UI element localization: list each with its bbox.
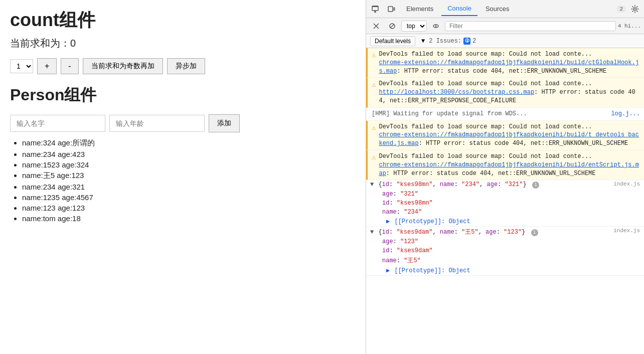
- object-entry-1: ▼ {id: "kses98mn", name: "234", age: "32…: [366, 180, 644, 227]
- svg-rect-1: [372, 6, 378, 7]
- device-icon: [387, 5, 395, 13]
- settings-icon: [631, 5, 639, 13]
- default-levels-btn[interactable]: Default levels: [370, 36, 415, 46]
- issues-label: 2 Issues:: [429, 38, 461, 45]
- devtools-topbar: Elements Console Sources 2: [366, 0, 644, 18]
- list-item: name:1235 age:4567: [22, 193, 356, 202]
- plus-button[interactable]: +: [37, 58, 57, 74]
- tab-elements[interactable]: Elements: [400, 2, 439, 16]
- console-entry-hmr: [HMR] Waiting for update signal from WDS…: [366, 108, 644, 121]
- warning-icon-3: ⚠: [372, 123, 376, 148]
- list-item: name:123 age:123: [22, 204, 356, 212]
- obj-filename-2: index.js: [613, 228, 640, 234]
- counter-select[interactable]: 1 2 3: [10, 59, 33, 73]
- list-item: name:1523 age:324: [22, 160, 356, 169]
- console-link-2[interactable]: http://localhost:3000/css/bootstrap.css.…: [379, 89, 534, 96]
- list-item: name:324 age:所谓的: [22, 138, 356, 148]
- left-panel: count组件 当前求和为：0 1 2 3 + - 当前求和为奇数再加 异步加 …: [0, 0, 366, 354]
- person-list: name:324 age:所谓的name:234 age:423name:152…: [10, 138, 356, 223]
- person-title: Person组件: [10, 84, 356, 106]
- odd-add-button[interactable]: 当前求和为奇数再加: [83, 58, 163, 74]
- console-text-2: DevTools failed to load source map: Coul…: [379, 80, 640, 105]
- warning-icon-2: ⚠: [372, 80, 376, 105]
- console-text-3: DevTools failed to load source map: Coul…: [379, 123, 640, 148]
- prototype-link-2[interactable]: Object: [448, 267, 470, 274]
- obj-info-icon-2[interactable]: i: [531, 229, 538, 236]
- prototype-triangle-1[interactable]: ▶: [386, 218, 390, 225]
- device-icon-btn[interactable]: [384, 2, 398, 16]
- add-person-button[interactable]: 添加: [209, 114, 240, 132]
- obj-filename-1: index.js: [613, 181, 640, 187]
- console-text-hmr: [HMR] Waiting for update signal from WDS…: [372, 110, 640, 118]
- level-text: 4 hi...: [618, 23, 641, 29]
- list-item: name:王5 age:123: [22, 171, 356, 181]
- list-item: name:234 age:321: [22, 183, 356, 191]
- console-text-1: DevTools failed to load source map: Coul…: [379, 50, 640, 75]
- console-link-4[interactable]: chrome-extension://fmkadmapgofadop1jbjfk…: [379, 161, 638, 177]
- list-item: name:tom age:18: [22, 214, 356, 223]
- async-button[interactable]: 异步加: [167, 58, 205, 74]
- devtools-panel: Elements Console Sources 2: [366, 0, 644, 354]
- issues-count: 2: [472, 38, 476, 45]
- inspect-icon: [371, 5, 379, 13]
- warning-icon-1: ⚠: [372, 51, 376, 75]
- devtools-issues-bar: Default levels ▼ 2 Issues: 🛈 2: [366, 34, 644, 48]
- inspect-icon-btn[interactable]: [368, 2, 382, 16]
- clear-icon: [373, 23, 380, 30]
- tab-console[interactable]: Console: [441, 2, 477, 16]
- hmr-link[interactable]: log.j...: [611, 110, 640, 118]
- prototype-triangle-2[interactable]: ▶: [386, 267, 390, 274]
- issues-icon: 🛈: [463, 38, 470, 45]
- collapse-triangle-1[interactable]: ▼: [370, 181, 374, 188]
- tab-sources[interactable]: Sources: [479, 2, 516, 16]
- no-icon: [389, 23, 396, 30]
- console-entry-2: ⚠ DevTools failed to load source map: Co…: [366, 78, 644, 107]
- name-input[interactable]: [10, 115, 105, 132]
- top-select[interactable]: top: [401, 21, 427, 32]
- counter-row: 1 2 3 + - 当前求和为奇数再加 异步加: [10, 58, 356, 74]
- svg-rect-4: [388, 7, 393, 12]
- console-entry-3: ⚠ DevTools failed to load source map: Co…: [366, 121, 644, 150]
- console-entry-1: ⚠ DevTools failed to load source map: Co…: [366, 48, 644, 78]
- clear-console-btn[interactable]: [369, 19, 383, 33]
- object-entry-2: ▼ {id: "kses9dam", name: "王5", age: "123…: [366, 227, 644, 276]
- eye-icon: [432, 23, 439, 30]
- no-icon-btn[interactable]: [385, 19, 399, 33]
- svg-line-10: [391, 24, 394, 28]
- svg-rect-3: [375, 11, 376, 12]
- obj-info-icon-1[interactable]: i: [532, 182, 539, 189]
- settings-icon-btn[interactable]: [628, 2, 642, 16]
- console-link-1[interactable]: chrome-extension://fmkadmapgofadop1jbjfk…: [379, 59, 638, 75]
- console-text-4: DevTools failed to load source map: Coul…: [379, 152, 640, 178]
- person-input-row: 添加: [10, 114, 356, 132]
- list-item: name:234 age:423: [22, 150, 356, 158]
- eye-icon-btn[interactable]: [429, 19, 443, 33]
- age-input[interactable]: [109, 115, 205, 132]
- console-entry-4: ⚠ DevTools failed to load source map: Co…: [366, 150, 644, 180]
- warning-icon-4: ⚠: [372, 153, 376, 178]
- filter-input[interactable]: [445, 21, 616, 31]
- issues-count-badge: 2 Issues: 🛈 2: [429, 38, 476, 45]
- collapse-triangle-2[interactable]: ▼: [370, 229, 374, 236]
- console-output[interactable]: ⚠ DevTools failed to load source map: Co…: [366, 48, 644, 354]
- console-link-3[interactable]: chrome-extension://fmkadmapgofadop1jbjfk…: [379, 131, 638, 147]
- minus-button[interactable]: -: [61, 58, 78, 74]
- svg-point-6: [634, 8, 636, 10]
- svg-point-12: [435, 25, 437, 27]
- issues-badge-count: 2: [616, 6, 626, 13]
- prototype-link-1[interactable]: Object: [448, 218, 470, 225]
- devtools-toolbar2: top 4 hi...: [366, 18, 644, 34]
- count-title: count组件: [10, 8, 356, 33]
- current-sum: 当前求和为：0: [10, 37, 356, 50]
- svg-rect-5: [394, 8, 395, 11]
